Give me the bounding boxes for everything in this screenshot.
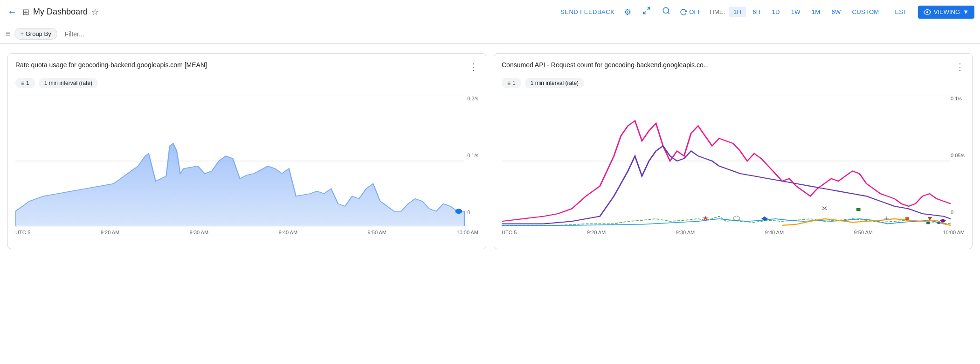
filter-icon: ≡ (21, 80, 24, 86)
time-1m-button[interactable]: 1M (807, 7, 825, 17)
viewing-chevron-icon: ▼ (963, 8, 969, 15)
fullscreen-button[interactable] (641, 5, 653, 19)
interval-label-2: 1 min interval (rate) (531, 80, 579, 86)
svg-text:⬡: ⬡ (733, 215, 741, 222)
chart-2-area: 0.1/s 0.05/s 0 (502, 96, 965, 226)
filter-icon-2: ≡ (507, 80, 511, 86)
chart-card-2: Consumed API - Request count for geocodi… (494, 53, 973, 249)
x-label-0: UTC-5 (15, 230, 30, 235)
svg-text:✕: ✕ (821, 205, 828, 211)
hamburger-icon[interactable]: ≡ (6, 29, 11, 39)
time-6w-button[interactable]: 6W (827, 7, 845, 17)
filter-count: 1 (26, 80, 29, 86)
y-label-bot: 0 (467, 210, 478, 215)
svg-line-1 (644, 12, 646, 14)
chart-card-1: Rate quota usage for geocoding-backend.g… (7, 53, 486, 249)
x2-label-1: 9:20 AM (587, 230, 606, 235)
time-section: TIME: 1H 6H 1D 1W 1M 6W CUSTOM (709, 7, 883, 17)
header-left: ← ⊞ My Dashboard ☆ (6, 5, 557, 19)
chart-2-title: Consumed API - Request count for geocodi… (502, 61, 709, 69)
toolbar: ≡ + Group By (0, 24, 980, 44)
chart-2-filter-badge[interactable]: ≡ 1 (502, 78, 521, 88)
chart-1-title: Rate quota usage for geocoding-backend.g… (15, 61, 207, 69)
filter-count-2: 1 (512, 80, 516, 86)
dashboard-icon[interactable]: ⊞ (22, 7, 29, 17)
svg-text:★: ★ (702, 215, 709, 222)
chart-1-x-axis: UTC-5 9:20 AM 9:30 AM 9:40 AM 9:50 AM 10… (15, 230, 478, 235)
refresh-label: OFF (689, 8, 701, 15)
time-label: TIME: (709, 8, 725, 15)
time-1w-button[interactable]: 1W (787, 7, 805, 17)
filter-input[interactable] (61, 28, 974, 40)
time-1d-button[interactable]: 1D (767, 7, 784, 17)
page-title: My Dashboard (33, 7, 88, 17)
chart-1-area: 0.2/s 0.1/s 0 (15, 96, 478, 226)
viewing-button[interactable]: VIEWING ▼ (918, 6, 974, 19)
chart-1-svg (15, 96, 478, 226)
send-feedback-button[interactable]: SEND FEEDBACK (560, 8, 614, 15)
time-custom-button[interactable]: CUSTOM (848, 7, 884, 17)
star-icon[interactable]: ☆ (91, 7, 99, 17)
time-1h-button[interactable]: 1H (729, 7, 746, 17)
chart-1-filters: ≡ 1 1 min interval (rate) (15, 78, 478, 88)
chart-2-y-axis: 0.1/s 0.05/s 0 (951, 96, 965, 226)
group-by-button[interactable]: + Group By (14, 28, 57, 40)
y-label-mid: 0.1/s (467, 153, 478, 158)
viewing-label: VIEWING (934, 8, 960, 15)
svg-point-4 (926, 11, 928, 13)
svg-text:■: ■ (926, 220, 930, 225)
settings-button[interactable]: ⚙ (622, 5, 633, 19)
svg-text:■: ■ (856, 206, 861, 212)
x2-label-3: 9:40 AM (765, 230, 784, 235)
timezone-button[interactable]: EST (891, 7, 910, 17)
x2-label-5: 10:00 AM (943, 230, 964, 235)
svg-line-3 (668, 12, 669, 14)
chart-1-filter-badge[interactable]: ≡ 1 (15, 78, 35, 88)
svg-line-0 (648, 7, 650, 10)
x-label-2: 9:30 AM (190, 230, 208, 235)
x2-label-4: 9:50 AM (854, 230, 873, 235)
back-button[interactable]: ← (6, 5, 19, 19)
svg-text:◆: ◆ (940, 217, 946, 224)
main-content: Rate quota usage for geocoding-backend.g… (0, 44, 980, 259)
interval-label: 1 min interval (rate) (44, 80, 92, 86)
search-button[interactable] (660, 5, 672, 19)
svg-text:■: ■ (905, 215, 910, 221)
chart-2-x-axis: UTC-5 9:20 AM 9:30 AM 9:40 AM 9:50 AM 10… (502, 230, 965, 235)
time-6h-button[interactable]: 6H (748, 7, 765, 17)
chart-2-svg: ★ ⬡ ◆ ✕ ■ + ■ ▼ ◆ ■ ● (502, 96, 965, 226)
chart-2-header: Consumed API - Request count for geocodi… (502, 61, 965, 72)
y-label-top: 0.2/s (467, 96, 478, 101)
x2-label-0: UTC-5 (502, 230, 517, 235)
svg-text:●: ● (937, 220, 941, 225)
x-label-1: 9:20 AM (101, 230, 119, 235)
svg-point-2 (663, 7, 669, 13)
x-label-4: 9:50 AM (368, 230, 386, 235)
chart-2-more-icon[interactable]: ⋮ (955, 61, 965, 72)
x-label-5: 10:00 AM (456, 230, 478, 235)
chart-1-header: Rate quota usage for geocoding-backend.g… (15, 61, 478, 72)
y2-label-mid: 0.05/s (951, 153, 965, 158)
header-center: SEND FEEDBACK ⚙ OFF TIME: 1H (560, 5, 974, 19)
header: ← ⊞ My Dashboard ☆ SEND FEEDBACK ⚙ (0, 0, 980, 24)
chart-1-y-axis: 0.2/s 0.1/s 0 (467, 96, 478, 226)
chart-1-more-icon[interactable]: ⋮ (469, 61, 478, 72)
chart-2-filters: ≡ 1 1 min interval (rate) (502, 78, 965, 88)
y2-label-top: 0.1/s (951, 96, 965, 101)
svg-text:+: + (884, 214, 890, 222)
x2-label-2: 9:30 AM (676, 230, 695, 235)
y2-label-bot: 0 (951, 210, 965, 215)
svg-point-8 (455, 209, 462, 214)
chart-2-interval-badge[interactable]: 1 min interval (rate) (525, 78, 584, 88)
chart-1-interval-badge[interactable]: 1 min interval (rate) (39, 78, 98, 88)
x-label-3: 9:40 AM (279, 230, 297, 235)
refresh-group[interactable]: OFF (680, 8, 701, 16)
svg-text:◆: ◆ (761, 215, 768, 222)
